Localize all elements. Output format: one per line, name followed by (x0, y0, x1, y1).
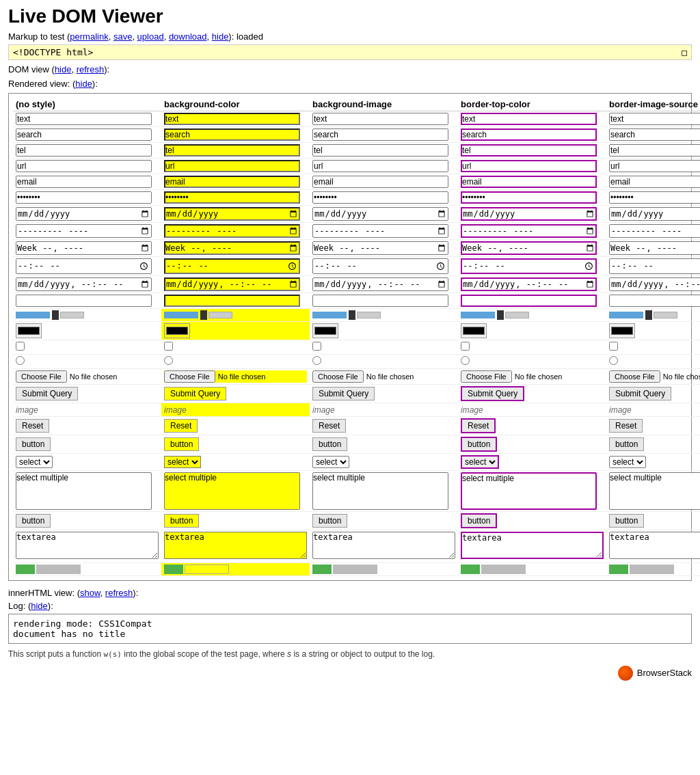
input-checkbox-nostyle[interactable] (16, 342, 25, 351)
input-submit-bordertop[interactable] (461, 386, 524, 401)
input-text-borderimgsrc[interactable] (609, 113, 700, 125)
button-borderimgsrc[interactable]: button (609, 514, 644, 528)
input-password-bgcolor[interactable] (164, 191, 300, 204)
input-text-bgimage[interactable] (312, 113, 448, 125)
textarea-borderimgsrc[interactable]: textarea (609, 532, 700, 559)
input-tel-nostyle[interactable] (16, 144, 152, 157)
input-color-bgimage[interactable] (312, 323, 338, 338)
input-checkbox-bgimage[interactable] (312, 342, 321, 351)
selectmulti-bgimage[interactable]: select multiple (312, 472, 448, 510)
input-url-nostyle[interactable] (16, 160, 152, 172)
input-time-bordertop[interactable] (461, 258, 597, 274)
input-week-borderimgsrc[interactable] (609, 241, 700, 255)
input-text-bgcolor[interactable] (164, 113, 300, 125)
input-radio-bgcolor[interactable] (164, 356, 173, 365)
input-number-bgcolor[interactable] (164, 295, 300, 307)
input-dtl-borderimgsrc[interactable] (609, 277, 700, 291)
select-nostyle[interactable]: select (16, 456, 53, 468)
download-link[interactable]: download (169, 31, 207, 42)
input-reset-bgcolor[interactable] (164, 419, 198, 433)
input-password-borderimgsrc[interactable] (609, 191, 700, 204)
input-reset-borderimgsrc[interactable] (609, 419, 643, 433)
selectmulti-bordertop[interactable]: select multiple (461, 472, 597, 510)
input-number-borderimgsrc[interactable] (609, 295, 700, 307)
input-tel-bgcolor[interactable] (164, 144, 300, 157)
input-email-borderimgsrc[interactable] (609, 176, 700, 188)
input-color-bgcolor[interactable] (164, 323, 190, 338)
input-radio-bordertop[interactable] (461, 356, 470, 365)
input-password-bordertop[interactable] (461, 191, 597, 204)
input-month-bordertop[interactable] (461, 224, 597, 238)
button-bgimage[interactable]: button (312, 514, 347, 528)
input-time-bgcolor[interactable] (164, 258, 300, 274)
input-submit-nostyle[interactable] (16, 387, 78, 400)
permalink-link[interactable]: permalink (70, 31, 108, 42)
select-bordertop[interactable]: select (461, 455, 499, 469)
upload-link[interactable]: upload (137, 31, 164, 42)
save-link[interactable]: save (113, 31, 132, 42)
input-url-bordertop[interactable] (461, 160, 597, 172)
input-radio-nostyle[interactable] (16, 356, 25, 365)
input-button-bgcolor[interactable] (164, 437, 199, 451)
input-date-bordertop[interactable] (461, 207, 597, 221)
refresh-link2[interactable]: refresh (105, 588, 133, 598)
input-password-bgimage[interactable] (312, 191, 448, 204)
dom-hide-link[interactable]: hide (55, 64, 72, 74)
button-bgcolor[interactable]: button (164, 514, 199, 528)
input-reset-bordertop[interactable] (461, 418, 496, 433)
textarea-bgcolor[interactable]: textarea (164, 532, 307, 559)
input-search-bordertop[interactable] (461, 128, 597, 141)
input-color-bordertop[interactable] (461, 323, 487, 338)
input-email-bgcolor[interactable] (164, 176, 300, 188)
input-reset-nostyle[interactable] (16, 419, 49, 433)
input-reset-bgimage[interactable] (312, 419, 346, 433)
input-submit-borderimgsrc[interactable] (609, 387, 671, 400)
input-week-bgimage[interactable] (312, 241, 448, 255)
textarea-bordertop[interactable]: textarea (461, 532, 604, 559)
textarea-bgimage[interactable]: textarea (312, 532, 455, 559)
button-bordertop[interactable]: button (461, 513, 497, 528)
input-url-bgimage[interactable] (312, 160, 448, 172)
input-email-bordertop[interactable] (461, 176, 597, 188)
input-dtl-bordertop[interactable] (461, 277, 597, 291)
log-hide-link[interactable]: hide (31, 601, 48, 611)
input-submit-bgimage[interactable] (312, 387, 375, 400)
input-month-borderimgsrc[interactable] (609, 224, 700, 238)
input-month-bgcolor[interactable] (164, 224, 300, 238)
input-file-bgcolor[interactable] (164, 370, 307, 383)
input-password-nostyle[interactable] (16, 191, 152, 204)
input-radio-bgimage[interactable] (312, 356, 321, 365)
input-url-borderimgsrc[interactable] (609, 160, 700, 172)
hide-link[interactable]: hide (212, 31, 229, 42)
input-month-bgimage[interactable] (312, 224, 448, 238)
select-bgimage[interactable]: select (312, 456, 349, 468)
input-time-bgimage[interactable] (312, 258, 448, 274)
input-time-borderimgsrc[interactable] (609, 258, 700, 274)
input-tel-borderimgsrc[interactable] (609, 144, 700, 157)
input-email-bgimage[interactable] (312, 176, 448, 188)
selectmulti-nostyle[interactable]: select multiple (16, 472, 152, 510)
input-date-borderimgsrc[interactable] (609, 207, 700, 221)
input-tel-bordertop[interactable] (461, 144, 597, 157)
input-search-borderimgsrc[interactable] (609, 128, 700, 141)
button-nostyle[interactable]: button (16, 514, 51, 528)
input-checkbox-bgcolor[interactable] (164, 342, 173, 351)
selectmulti-borderimgsrc[interactable]: select multiple (609, 472, 700, 510)
input-file-borderimgsrc[interactable] (609, 370, 700, 383)
input-button-borderimgsrc[interactable] (609, 437, 644, 451)
input-email-nostyle[interactable] (16, 176, 152, 188)
input-week-nostyle[interactable] (16, 241, 152, 255)
input-number-bgimage[interactable] (312, 295, 448, 307)
select-borderimgsrc[interactable]: select (609, 456, 646, 468)
input-week-bordertop[interactable] (461, 241, 597, 255)
input-number-nostyle[interactable] (16, 295, 152, 307)
input-dtl-bgimage[interactable] (312, 277, 448, 291)
input-color-borderimgsrc[interactable] (609, 323, 635, 338)
input-tel-bgimage[interactable] (312, 144, 448, 157)
input-month-nostyle[interactable] (16, 224, 152, 238)
input-search-bgimage[interactable] (312, 128, 448, 141)
input-submit-bgcolor[interactable] (164, 387, 226, 400)
input-dtl-bgcolor[interactable] (164, 277, 300, 291)
input-button-bordertop[interactable] (461, 437, 497, 452)
input-number-bordertop[interactable] (461, 295, 597, 307)
